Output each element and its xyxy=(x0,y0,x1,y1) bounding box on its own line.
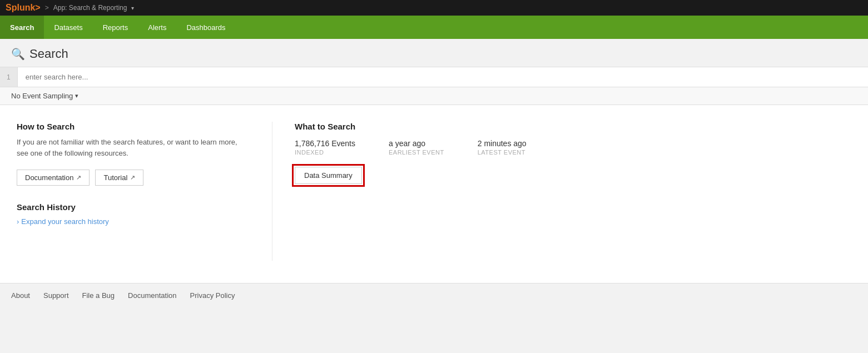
tutorial-label: Tutorial xyxy=(103,173,127,182)
page-header: 🔍 Search xyxy=(0,39,868,67)
footer-link-file-a-bug[interactable]: File a Bug xyxy=(82,291,115,300)
footer-link-about[interactable]: About xyxy=(11,291,30,300)
top-bar: Splunk> > App: Search & Reporting ▾ xyxy=(0,0,868,16)
app-label: App: Search & Reporting xyxy=(53,4,127,12)
nav-item-dashboards[interactable]: Dashboards xyxy=(176,16,235,39)
documentation-external-icon: ↗ xyxy=(76,174,81,181)
what-to-search-title: What to Search xyxy=(295,122,851,131)
event-sampling-caret-icon[interactable]: ▾ xyxy=(75,92,78,100)
footer-link-support[interactable]: Support xyxy=(43,291,69,300)
events-count-label: INDEXED xyxy=(295,149,355,156)
expand-chevron-icon: › xyxy=(17,217,19,226)
breadcrumb-arrow: > xyxy=(45,4,49,12)
earliest-event-label: EARLIEST EVENT xyxy=(389,149,444,156)
footer-link-privacy-policy[interactable]: Privacy Policy xyxy=(190,291,235,300)
expand-history-label: Expand your search history xyxy=(21,217,109,226)
event-sampling-bar: No Event Sampling ▾ xyxy=(0,87,868,105)
footer-link-documentation[interactable]: Documentation xyxy=(128,291,176,300)
data-summary-button[interactable]: Data Summary xyxy=(295,167,362,184)
footer: About Support File a Bug Documentation P… xyxy=(0,283,868,307)
latest-event-label: LATEST EVENT xyxy=(478,149,527,156)
app-caret-icon[interactable]: ▾ xyxy=(131,5,134,11)
search-icon: 🔍 xyxy=(11,47,25,61)
search-bar-area: 1 xyxy=(0,67,868,87)
search-input[interactable] xyxy=(18,67,868,87)
how-to-search-description: If you are not familiar with the search … xyxy=(17,137,250,158)
stats-row: 1,786,716 Events INDEXED a year ago EARL… xyxy=(295,139,851,156)
nav-item-reports[interactable]: Reports xyxy=(93,16,138,39)
nav-item-alerts[interactable]: Alerts xyxy=(138,16,176,39)
splunk-logo: Splunk> xyxy=(6,3,41,13)
right-column: What to Search 1,786,716 Events INDEXED … xyxy=(272,122,851,261)
page-title: Search xyxy=(29,47,68,61)
event-sampling-label: No Event Sampling xyxy=(11,92,73,100)
earliest-event-value: a year ago xyxy=(389,139,444,148)
nav-item-datasets[interactable]: Datasets xyxy=(44,16,92,39)
left-column: How to Search If you are not familiar wi… xyxy=(17,122,272,261)
documentation-button[interactable]: Documentation ↗ xyxy=(17,170,90,186)
latest-event-block: 2 minutes ago LATEST EVENT xyxy=(478,139,527,156)
expand-search-history-link[interactable]: › Expand your search history xyxy=(17,217,250,226)
main-content: How to Search If you are not familiar wi… xyxy=(0,105,868,283)
search-history-title: Search History xyxy=(17,202,250,212)
events-count-block: 1,786,716 Events INDEXED xyxy=(295,139,355,156)
how-to-search-buttons: Documentation ↗ Tutorial ↗ xyxy=(17,170,250,186)
earliest-event-block: a year ago EARLIEST EVENT xyxy=(389,139,444,156)
events-count-value: 1,786,716 Events xyxy=(295,139,355,148)
tutorial-external-icon: ↗ xyxy=(130,174,135,181)
how-to-search-title: How to Search xyxy=(17,122,250,131)
tutorial-button[interactable]: Tutorial ↗ xyxy=(95,170,143,186)
nav-item-search[interactable]: Search xyxy=(0,16,44,39)
search-line-number: 1 xyxy=(0,67,18,87)
nav-bar: Search Datasets Reports Alerts Dashboard… xyxy=(0,16,868,39)
latest-event-value: 2 minutes ago xyxy=(478,139,527,148)
documentation-label: Documentation xyxy=(25,173,73,182)
